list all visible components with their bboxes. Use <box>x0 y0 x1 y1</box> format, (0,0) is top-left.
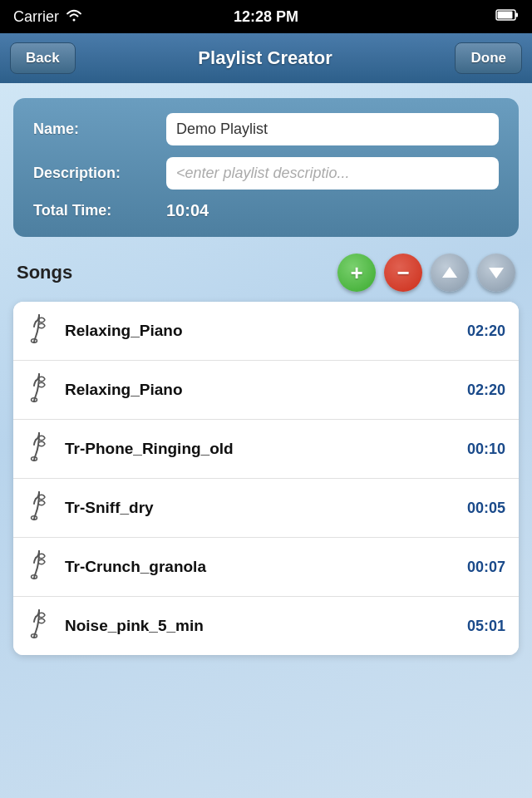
name-row: Name: <box>33 113 499 145</box>
battery-icon <box>495 8 519 26</box>
song-row[interactable]: Relaxing_Piano02:20 <box>13 302 519 361</box>
total-time-row: Total Time: 10:04 <box>33 201 499 220</box>
done-button[interactable]: Done <box>455 42 522 74</box>
song-row[interactable]: Tr-Phone_Ringing_old00:10 <box>13 420 519 479</box>
song-duration: 00:07 <box>467 559 505 576</box>
back-button[interactable]: Back <box>10 42 76 74</box>
wifi-icon <box>66 8 82 26</box>
song-name: Noise_pink_5_min <box>65 617 467 635</box>
song-name: Relaxing_Piano <box>65 322 467 340</box>
song-name: Tr-Crunch_granola <box>65 558 467 576</box>
move-down-button[interactable] <box>477 254 515 292</box>
status-bar: Carrier 12:28 PM <box>0 0 532 33</box>
nav-bar: Back Playlist Creator Done <box>0 33 532 83</box>
music-icon <box>27 549 52 584</box>
song-row[interactable]: Tr-Sniff_dry00:05 <box>13 479 519 538</box>
song-duration: 02:20 <box>467 323 505 340</box>
total-time-label: Total Time: <box>33 202 166 219</box>
song-duration: 05:01 <box>467 618 505 635</box>
total-time-value: 10:04 <box>166 201 209 220</box>
name-input[interactable] <box>166 113 499 145</box>
song-duration: 02:20 <box>467 382 505 399</box>
song-duration: 00:10 <box>467 441 505 458</box>
music-icon <box>27 608 52 643</box>
songs-header: Songs + − <box>13 254 519 292</box>
songs-section-title: Songs <box>17 262 72 283</box>
description-input[interactable] <box>166 157 499 190</box>
description-label: Description: <box>33 165 166 182</box>
song-row[interactable]: Relaxing_Piano02:20 <box>13 361 519 420</box>
song-row[interactable]: Noise_pink_5_min05:01 <box>13 597 519 655</box>
svg-rect-1 <box>498 11 513 18</box>
svg-marker-3 <box>442 267 457 278</box>
song-name: Relaxing_Piano <box>65 381 467 399</box>
nav-title: Playlist Creator <box>198 47 332 69</box>
move-up-button[interactable] <box>431 254 469 292</box>
add-song-button[interactable]: + <box>337 254 376 292</box>
song-row[interactable]: Tr-Crunch_granola00:07 <box>13 538 519 597</box>
song-list: Relaxing_Piano02:20 Relaxing_Piano02:20 … <box>13 302 519 655</box>
main-content: Name: Description: Total Time: 10:04 Son… <box>0 83 532 798</box>
songs-buttons: + − <box>337 254 515 292</box>
song-duration: 00:05 <box>467 500 505 517</box>
remove-song-button[interactable]: − <box>384 254 422 292</box>
status-time: 12:28 PM <box>234 8 298 26</box>
description-row: Description: <box>33 157 499 190</box>
music-icon <box>27 372 52 407</box>
svg-rect-2 <box>515 12 518 17</box>
name-label: Name: <box>33 121 166 138</box>
info-card: Name: Description: Total Time: 10:04 <box>13 98 519 237</box>
music-icon <box>27 313 52 348</box>
svg-marker-4 <box>489 268 504 278</box>
music-icon <box>27 490 52 525</box>
carrier-label: Carrier <box>13 8 59 26</box>
music-icon <box>27 431 52 466</box>
song-name: Tr-Phone_Ringing_old <box>65 440 467 458</box>
song-name: Tr-Sniff_dry <box>65 499 467 517</box>
